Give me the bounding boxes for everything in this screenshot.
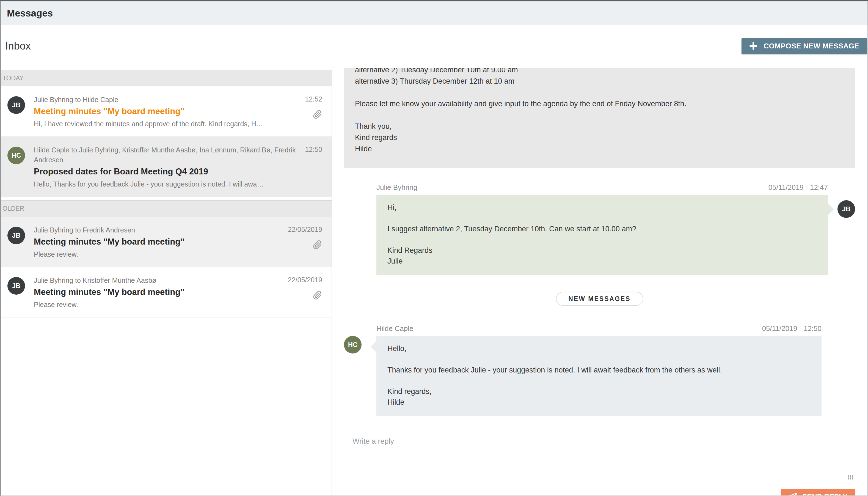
avatar-column: HC	[344, 324, 361, 416]
scrolled-message-body: alternative 2) Tuesday December 10th at …	[344, 68, 855, 168]
message-summary: Julie Byhring to Kristoffer Munthe Aasbø…	[34, 275, 288, 309]
inbox-title: Inbox	[5, 40, 31, 52]
message-list-item-3[interactable]: JB Julie Byhring to Fredrik Andresen Mee…	[1, 217, 332, 267]
section-header-older: OLDER	[1, 200, 332, 217]
main-split: TODAY JB Julie Byhring to Hilde Caple Me…	[1, 66, 867, 495]
avatar-hc: HC	[344, 336, 361, 354]
inbox-header-row: Inbox COMPOSE NEW MESSAGE	[1, 25, 867, 66]
message-meta: 12:50	[305, 145, 322, 189]
message-timestamp: 05/11/2019 - 12:47	[769, 183, 828, 192]
message-subject: Meeting minutes "My board meeting"	[34, 235, 281, 248]
resize-handle[interactable]	[847, 475, 853, 480]
message-meta: 12:52	[305, 95, 322, 129]
attachment-icon	[313, 240, 322, 249]
avatar-jb: JB	[7, 96, 25, 114]
message-preview: Hello, Thanks for you feedback Julie - y…	[34, 179, 298, 189]
message-list-item-1[interactable]: JB Julie Byhring to Hilde Caple Meeting …	[1, 87, 332, 137]
message-preview: Hi, I have reviewed the minutes and appr…	[34, 119, 298, 129]
avatar-jb: JB	[7, 277, 25, 295]
message-summary: Julie Byhring to Hilde Caple Meeting min…	[34, 95, 305, 129]
message-subject: Meeting minutes "My board meeting"	[34, 105, 298, 118]
message-content: Hilde Caple 05/11/2019 - 12:50 Hello, Th…	[376, 324, 855, 416]
message-bubble: Hello, Thanks for you feedback Julie - y…	[376, 336, 821, 416]
compose-button-label: COMPOSE NEW MESSAGE	[763, 42, 859, 50]
attachment-icon	[313, 291, 322, 300]
avatar-jb: JB	[7, 227, 25, 244]
message-content: Julie Byhring 05/11/2019 - 12:47 Hi, I s…	[376, 183, 828, 275]
thread-message-julie: Julie Byhring 05/11/2019 - 12:47 Hi, I s…	[344, 183, 855, 275]
top-bar: Messages	[1, 1, 867, 25]
message-time: 22/05/2019	[288, 276, 322, 284]
message-time: 12:50	[305, 145, 322, 154]
new-messages-divider: NEW MESSAGES	[344, 292, 855, 305]
compose-new-message-button[interactable]: COMPOSE NEW MESSAGE	[741, 38, 867, 54]
plus-icon	[749, 42, 757, 50]
message-from-to: Julie Byhring to Fredrik Andresen	[34, 225, 281, 235]
attachment-icon	[313, 110, 322, 119]
avatar-hc: HC	[7, 146, 25, 164]
message-preview: Please review.	[34, 249, 281, 259]
message-time: 12:52	[305, 95, 322, 103]
messages-app-window: Messages Inbox COMPOSE NEW MESSAGE TODAY…	[0, 0, 868, 496]
section-label: OLDER	[2, 205, 24, 212]
message-subject: Proposed dates for Board Meeting Q4 2019	[34, 165, 298, 178]
message-preview: Please review.	[34, 299, 281, 309]
reply-input[interactable]	[344, 430, 855, 482]
message-list-item-2-selected[interactable]: HC Hilde Caple to Julie Byhring, Kristof…	[1, 137, 332, 197]
message-timestamp: 05/11/2019 - 12:50	[762, 324, 821, 333]
section-label: TODAY	[2, 75, 23, 82]
send-row: SEND REPLY	[344, 489, 855, 495]
thread-message-hilde: HC Hilde Caple 05/11/2019 - 12:50 Hello,…	[344, 324, 855, 416]
message-summary: Hilde Caple to Julie Byhring, Kristoffer…	[34, 145, 305, 189]
message-subject: Meeting minutes "My board meeting"	[34, 286, 281, 298]
reply-area	[344, 430, 855, 482]
new-messages-badge: NEW MESSAGES	[556, 292, 643, 306]
page-title: Messages	[7, 8, 53, 19]
avatar-column: JB	[837, 183, 855, 275]
send-reply-button[interactable]: SEND REPLY	[781, 489, 855, 495]
send-button-label: SEND REPLY	[802, 493, 847, 495]
section-header-today: TODAY	[1, 70, 332, 87]
conversation-thread[interactable]: alternative 2) Tuesday December 10th at …	[332, 66, 867, 495]
message-author: Julie Byhring	[376, 183, 417, 192]
message-from-to: Julie Byhring to Hilde Caple	[34, 95, 298, 105]
message-summary: Julie Byhring to Fredrik Andresen Meetin…	[34, 225, 288, 259]
send-icon	[789, 493, 797, 496]
message-bubble: Hi, I suggest alternative 2, Tuesday Dec…	[376, 195, 828, 275]
message-author: Hilde Caple	[376, 324, 413, 333]
message-meta: 22/05/2019	[288, 225, 322, 259]
message-header: Hilde Caple 05/11/2019 - 12:50	[376, 324, 821, 333]
message-from-to: Julie Byhring to Kristoffer Munthe Aasbø	[34, 275, 281, 285]
message-header: Julie Byhring 05/11/2019 - 12:47	[376, 183, 828, 192]
message-inner: Hilde Caple 05/11/2019 - 12:50 Hello, Th…	[376, 324, 821, 416]
message-meta: 22/05/2019	[288, 275, 322, 309]
message-list-item-4[interactable]: JB Julie Byhring to Kristoffer Munthe Aa…	[1, 267, 332, 317]
message-from-to: Hilde Caple to Julie Byhring, Kristoffer…	[34, 145, 298, 165]
avatar-jb: JB	[837, 200, 855, 218]
message-time: 22/05/2019	[288, 226, 322, 234]
scrolled-message-text: alternative 2) Tuesday December 10th at …	[355, 68, 844, 155]
message-list[interactable]: TODAY JB Julie Byhring to Hilde Caple Me…	[1, 66, 332, 495]
